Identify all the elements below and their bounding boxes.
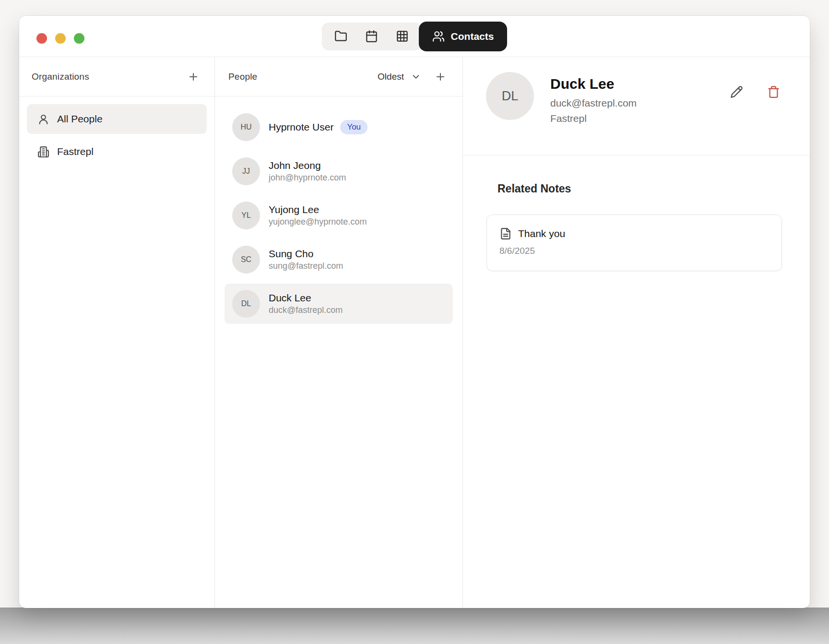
person-row-hyprnote-user[interactable]: HU Hyprnote User You bbox=[225, 107, 453, 147]
person-email: yujonglee@hyprnote.com bbox=[269, 217, 367, 227]
contact-avatar: DL bbox=[486, 72, 534, 120]
users-icon bbox=[432, 30, 445, 43]
file-text-icon bbox=[499, 227, 512, 240]
contact-detail-header: DL Duck Lee duck@fastrepl.com Fastrepl bbox=[463, 57, 810, 155]
contact-detail-panel: DL Duck Lee duck@fastrepl.com Fastrepl bbox=[463, 57, 810, 608]
add-organization-button[interactable] bbox=[185, 68, 202, 85]
note-title: Thank you bbox=[518, 228, 565, 239]
chevron-down-icon bbox=[411, 72, 421, 82]
people-header: People Oldest bbox=[215, 57, 462, 96]
organizations-list: All People Fastrepl bbox=[19, 96, 214, 174]
avatar: SC bbox=[232, 246, 260, 274]
zoom-window-button[interactable] bbox=[74, 33, 84, 44]
note-date: 8/6/2025 bbox=[499, 246, 768, 256]
app-window: Contacts Organizations bbox=[19, 16, 810, 608]
people-panel: People Oldest HU bbox=[215, 57, 463, 608]
person-email: john@hyprnote.com bbox=[269, 173, 346, 183]
person-row-john-jeong[interactable]: JJ John Jeong john@hyprnote.com bbox=[225, 151, 453, 191]
person-name: Sung Cho bbox=[269, 248, 343, 260]
person-name: Duck Lee bbox=[269, 292, 343, 304]
related-notes-section: Related Notes Thank you 8/6/2025 bbox=[463, 155, 810, 271]
delete-contact-button[interactable] bbox=[764, 83, 783, 101]
tab-table[interactable] bbox=[387, 23, 418, 50]
avatar: JJ bbox=[232, 157, 260, 185]
related-notes-title: Related Notes bbox=[497, 182, 782, 195]
person-row-duck-lee[interactable]: DL Duck Lee duck@fastrepl.com bbox=[225, 284, 453, 324]
tab-calendar[interactable] bbox=[356, 23, 387, 50]
person-row-sung-cho[interactable]: SC Sung Cho sung@fastrepl.com bbox=[225, 239, 453, 280]
you-badge: You bbox=[340, 120, 367, 134]
calendar-icon bbox=[365, 30, 378, 43]
people-title: People bbox=[228, 72, 257, 82]
view-switcher-segments bbox=[322, 23, 422, 50]
organizations-sidebar: Organizations All People bbox=[19, 57, 215, 608]
user-icon bbox=[37, 113, 49, 125]
tab-notes[interactable] bbox=[326, 23, 356, 50]
pencil-icon bbox=[730, 85, 743, 98]
edit-contact-button[interactable] bbox=[727, 83, 746, 101]
sidebar-item-label: Fastrepl bbox=[57, 146, 94, 157]
people-list: HU Hyprnote User You JJ John Jeong john@… bbox=[215, 96, 462, 338]
organizations-title: Organizations bbox=[32, 72, 89, 82]
tab-contacts-label: Contacts bbox=[451, 31, 494, 42]
sidebar-item-label: All People bbox=[57, 113, 103, 125]
plus-icon bbox=[435, 71, 446, 83]
desktop-bottom-gradient bbox=[0, 608, 829, 644]
contact-actions bbox=[727, 83, 783, 101]
person-row-yujong-lee[interactable]: YL Yujong Lee yujonglee@hyprnote.com bbox=[225, 195, 453, 236]
person-name: Yujong Lee bbox=[269, 204, 367, 215]
plus-icon bbox=[188, 71, 199, 83]
view-switcher: Contacts bbox=[322, 22, 508, 51]
main-content: Organizations All People bbox=[19, 57, 810, 608]
note-card-thank-you[interactable]: Thank you 8/6/2025 bbox=[486, 215, 782, 271]
tab-contacts-active[interactable]: Contacts bbox=[419, 22, 508, 51]
person-name: John Jeong bbox=[269, 160, 346, 171]
sort-dropdown[interactable]: Oldest bbox=[378, 72, 421, 82]
contact-email: duck@fastrepl.com bbox=[550, 97, 637, 109]
sidebar-item-all-people[interactable]: All People bbox=[27, 104, 207, 134]
person-name: Hyprnote User bbox=[269, 121, 333, 133]
close-window-button[interactable] bbox=[36, 33, 47, 44]
person-email: sung@fastrepl.com bbox=[269, 261, 343, 271]
sort-value: Oldest bbox=[378, 72, 404, 82]
organizations-header: Organizations bbox=[19, 57, 214, 96]
titlebar: Contacts bbox=[19, 16, 810, 57]
contact-organization: Fastrepl bbox=[550, 113, 637, 124]
sidebar-item-fastrepl[interactable]: Fastrepl bbox=[27, 137, 207, 167]
table-icon bbox=[396, 30, 409, 43]
traffic-lights bbox=[36, 33, 84, 44]
avatar: HU bbox=[232, 113, 260, 141]
minimize-window-button[interactable] bbox=[55, 33, 66, 44]
building-icon bbox=[37, 146, 49, 158]
folder-icon bbox=[334, 30, 347, 43]
avatar: YL bbox=[232, 202, 260, 229]
avatar: DL bbox=[232, 290, 260, 318]
contact-name: Duck Lee bbox=[550, 76, 637, 92]
trash-icon bbox=[767, 85, 780, 98]
person-email: duck@fastrepl.com bbox=[269, 305, 343, 315]
add-person-button[interactable] bbox=[432, 68, 449, 85]
